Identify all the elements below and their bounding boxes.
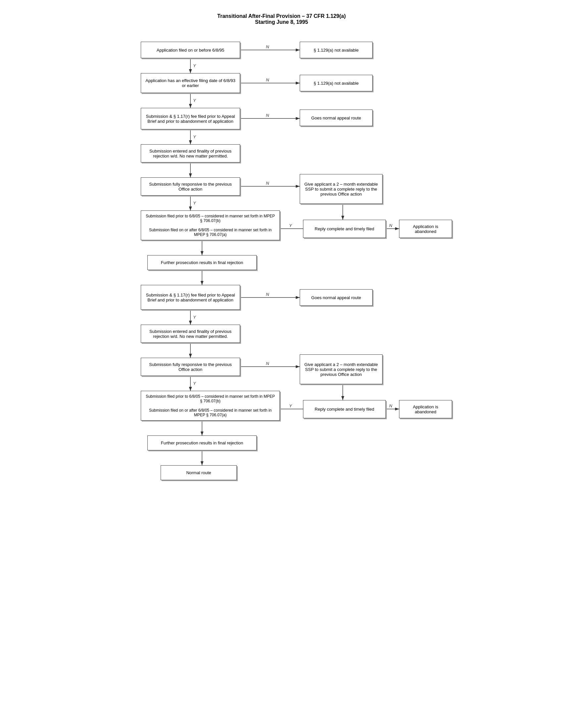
box-b10: Submission fully responsive to the previ… — [141, 358, 240, 376]
svg-text:N: N — [389, 223, 393, 228]
svg-text:Y: Y — [289, 403, 293, 408]
svg-text:N: N — [266, 77, 269, 82]
box-b6: Submission filed prior to 6/8/05 – consi… — [141, 210, 280, 240]
box-b1: Application filed on or before 6/8/95 — [141, 42, 240, 58]
box-b9: Submission entered and finality of previ… — [141, 325, 240, 343]
box-r6: Application is abandoned — [399, 220, 452, 238]
svg-text:N: N — [266, 181, 269, 186]
box-r9: Reply complete and timely filed — [303, 400, 386, 418]
page: Transitional After-Final Provision – 37 … — [124, 13, 439, 715]
box-b4: Submission entered and finality of previ… — [141, 144, 240, 162]
box-b7: Further prosecution results in final rej… — [147, 255, 257, 270]
svg-text:N: N — [389, 403, 393, 408]
box-b8: Submission & § 1.17(r) fee filed prior t… — [141, 285, 240, 310]
box-r1: § 1.129(a) not available — [300, 42, 373, 58]
svg-text:Y: Y — [193, 98, 196, 103]
svg-text:Y: Y — [193, 315, 196, 320]
svg-text:N: N — [266, 361, 269, 366]
box-b12: Further prosecution results in final rej… — [147, 435, 257, 450]
svg-text:Y: Y — [289, 223, 293, 228]
svg-text:N: N — [266, 292, 269, 297]
svg-text:Y: Y — [193, 63, 196, 68]
box-r4: Give applicant a 2 – month extendable SS… — [300, 174, 383, 204]
box-r2: § 1.129(a) not available — [300, 75, 373, 91]
box-b11: Submission filed prior to 6/8/05 – consi… — [141, 391, 280, 421]
box-r8: Give applicant a 2 – month extendable SS… — [300, 354, 383, 384]
box-b13: Normal route — [161, 465, 237, 480]
svg-text:N: N — [266, 113, 269, 118]
box-b5: Submission fully responsive to the previ… — [141, 177, 240, 196]
svg-text:Y: Y — [193, 134, 196, 139]
title-line2: Starting June 8, 1995 — [124, 19, 439, 25]
svg-text:N: N — [266, 44, 269, 49]
svg-text:Y: Y — [193, 201, 196, 205]
title-line1: Transitional After-Final Provision – 37 … — [124, 13, 439, 19]
svg-text:Y: Y — [193, 381, 196, 386]
box-b3: Submission & § 1.17(r) fee filed prior t… — [141, 108, 240, 129]
title-block: Transitional After-Final Provision – 37 … — [124, 13, 439, 25]
box-r10: Application is abandoned — [399, 400, 452, 418]
box-b2: Application has an effective filing date… — [141, 73, 240, 93]
box-r7: Goes normal appeal route — [300, 289, 373, 306]
box-r5: Reply complete and timely filed — [303, 220, 386, 238]
box-r3: Goes normal appeal route — [300, 110, 373, 126]
flowchart: Y N Y N Y N Y — [124, 35, 439, 697]
